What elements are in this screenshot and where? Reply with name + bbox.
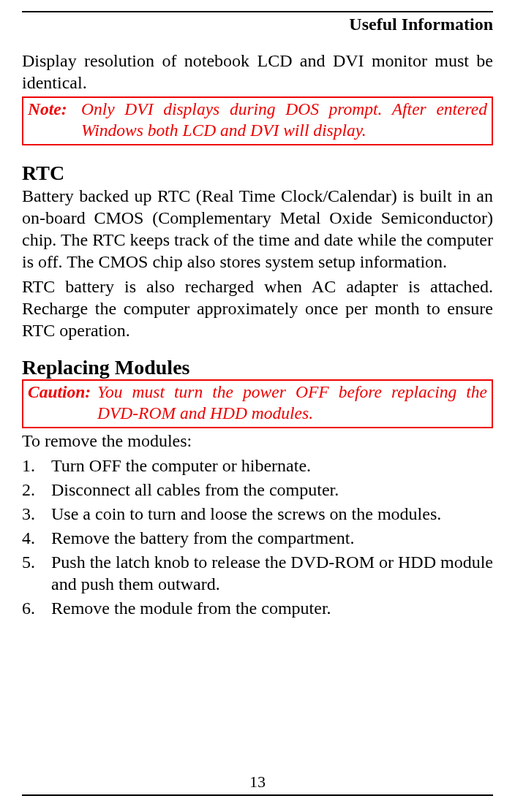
step-text: Disconnect all cables from the computer. [51,479,493,501]
note-text: Only DVI displays during DOS prompt. Aft… [77,99,487,142]
step-text: Push the latch knob to release the DVD-R… [51,551,493,595]
rtc-heading: RTC [22,162,493,185]
rtc-para-1: Battery backed up RTC (Real Time Clock/C… [22,185,493,273]
list-item: 5.Push the latch knob to release the DVD… [22,551,493,595]
list-item: 1.Turn OFF the computer or hibernate. [22,455,493,477]
steps-list: 1.Turn OFF the computer or hibernate. 2.… [22,455,493,619]
caution-label: Caution: [28,382,97,425]
page-content: Display resolution of notebook LCD and D… [22,0,493,619]
step-text: Use a coin to turn and loose the screws … [51,503,493,525]
step-text: Remove the battery from the compartment. [51,527,493,549]
intro-paragraph: Display resolution of notebook LCD and D… [22,50,493,94]
list-item: 2.Disconnect all cables from the compute… [22,479,493,501]
note-box: Note: Only DVI displays during DOS promp… [22,96,493,145]
step-text: Remove the module from the computer. [51,597,493,619]
list-item: 3.Use a coin to turn and loose the screw… [22,503,493,525]
replacing-heading: Replacing Modules [22,356,493,379]
page-number: 13 [22,773,493,792]
list-item: 6.Remove the module from the computer. [22,597,493,619]
caution-box: Caution: You must turn the power OFF bef… [22,379,493,428]
caution-text: You must turn the power OFF before repla… [97,382,487,425]
list-item: 4.Remove the battery from the compartmen… [22,527,493,549]
note-label: Note: [28,99,77,142]
page-header: Useful Information [349,15,493,34]
header-divider [22,11,493,12]
footer-divider [22,794,493,796]
steps-lead: To remove the modules: [22,430,493,452]
step-text: Turn OFF the computer or hibernate. [51,455,493,477]
rtc-para-2: RTC battery is also recharged when AC ad… [22,276,493,341]
